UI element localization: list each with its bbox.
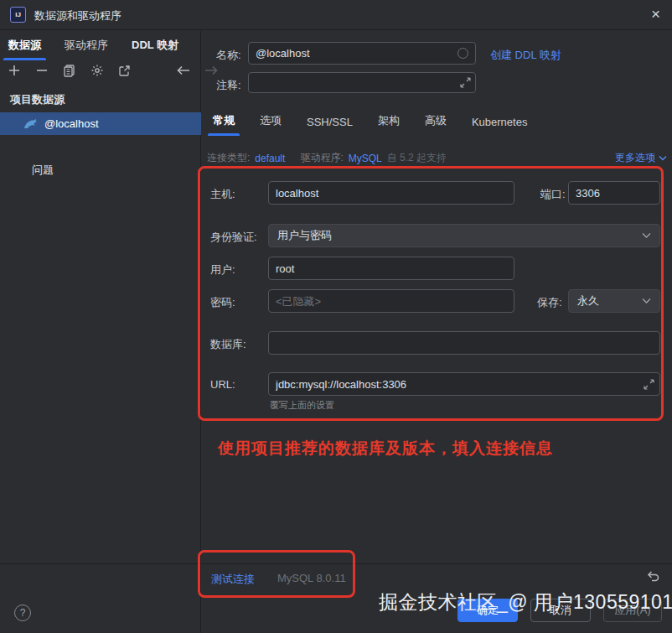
- revert-icon[interactable]: [645, 569, 661, 584]
- comment-input[interactable]: [248, 72, 476, 93]
- connection-type-row: 连接类型: default 驱动程序: MySQL 自 5.2 起支持 更多选项: [207, 151, 667, 165]
- main-panel: 名称: 创建 DDL 映射 注释: 常规 选项 SSH/SSL 架构 高级 Ku…: [202, 31, 672, 633]
- chevron-down-icon: [659, 155, 667, 161]
- sidebar: 数据源 驱动程序 DDL 映射: [0, 31, 201, 633]
- duplicate-button[interactable]: [60, 61, 79, 80]
- more-options-link[interactable]: 更多选项: [615, 151, 667, 165]
- auth-value: 用户与密码: [277, 228, 332, 243]
- comment-field-wrap: [248, 72, 476, 93]
- tab-data-sources[interactable]: 数据源: [7, 33, 43, 60]
- driver-note: 自 5.2 起支持: [387, 151, 447, 165]
- url-field-wrap: [268, 372, 660, 396]
- connection-type-label: 连接类型:: [207, 151, 250, 165]
- name-refresh-circle-icon: [457, 48, 468, 59]
- expand-icon[interactable]: [644, 379, 654, 390]
- footer-separator: [0, 563, 672, 564]
- comment-label: 注释:: [216, 78, 241, 93]
- datasource-tree-row[interactable]: @localhost: [0, 112, 201, 135]
- save-dropdown[interactable]: 永久: [568, 289, 660, 313]
- watermark-text: 掘金技术社区_@ 用户130559101592: [379, 589, 672, 615]
- project-datasource-section-label: 项目数据源: [10, 92, 65, 107]
- title-bar: IJ 数据源和驱动程序 ×: [0, 0, 672, 30]
- add-button[interactable]: [5, 61, 23, 80]
- back-arrow-icon[interactable]: [174, 61, 193, 80]
- settings-gear-icon[interactable]: [88, 61, 106, 80]
- save-label: 保存:: [537, 295, 562, 310]
- window-title: 数据源和驱动程序: [34, 8, 121, 23]
- auth-dropdown[interactable]: 用户与密码: [268, 224, 660, 247]
- remove-button[interactable]: [33, 61, 51, 80]
- connection-type-value[interactable]: default: [255, 153, 285, 164]
- user-input[interactable]: [268, 257, 514, 280]
- port-input[interactable]: [568, 181, 660, 205]
- chevron-down-icon: [642, 232, 651, 239]
- name-label: 名称:: [216, 48, 241, 63]
- create-ddl-mapping-link[interactable]: 创建 DDL 映射: [490, 48, 561, 63]
- url-label: URL:: [210, 378, 235, 391]
- driver-value[interactable]: MySQL: [349, 153, 382, 164]
- data-sources-dialog: { "window": { "title": "数据源和驱动程序", "clos…: [0, 0, 672, 633]
- sidebar-tabs: 数据源 驱动程序 DDL 映射: [7, 33, 180, 60]
- driver-label: 驱动程序:: [300, 151, 343, 165]
- expand-icon[interactable]: [460, 77, 471, 88]
- help-icon[interactable]: ?: [14, 604, 31, 621]
- name-input[interactable]: [248, 42, 476, 65]
- intellij-logo-icon: IJ: [10, 7, 26, 23]
- name-field-wrap: [248, 42, 476, 65]
- host-input[interactable]: [268, 181, 514, 205]
- tab-schemas[interactable]: 架构: [376, 108, 401, 136]
- host-label: 主机:: [210, 187, 235, 202]
- chevron-down-icon: [642, 298, 651, 304]
- close-icon[interactable]: ×: [651, 4, 660, 24]
- mysql-dolphin-icon: [23, 118, 38, 130]
- tab-options[interactable]: 选项: [258, 108, 283, 136]
- auth-label: 身份验证:: [210, 230, 257, 245]
- test-connection-link[interactable]: 测试连接: [211, 572, 255, 587]
- tab-ssh-ssl[interactable]: SSH/SSL: [305, 111, 354, 136]
- save-value: 永久: [577, 293, 599, 309]
- user-label: 用户:: [210, 262, 235, 278]
- sidebar-toolbar: [5, 61, 220, 80]
- password-input[interactable]: [268, 289, 514, 313]
- problems-node[interactable]: 问题: [32, 163, 54, 178]
- tab-general[interactable]: 常规: [211, 108, 236, 136]
- tab-drivers[interactable]: 驱动程序: [63, 33, 110, 60]
- settings-tabs: 常规 选项 SSH/SSL 架构 高级 Kubernetes: [211, 108, 529, 136]
- open-in-editor-icon[interactable]: [116, 61, 134, 80]
- tab-advanced[interactable]: 高级: [423, 108, 448, 136]
- port-label: 端口:: [540, 187, 566, 202]
- tab-ddl-mappings[interactable]: DDL 映射: [130, 33, 180, 60]
- database-input[interactable]: [268, 331, 660, 355]
- database-label: 数据库:: [210, 337, 246, 352]
- annotation-text: 使用项目推荐的数据库及版本，填入连接信息: [218, 438, 553, 459]
- url-input[interactable]: [268, 372, 660, 396]
- datasource-tree-label: @localhost: [44, 117, 99, 130]
- driver-version-text: MySQL 8.0.11: [277, 572, 346, 584]
- password-label: 密码:: [210, 295, 235, 310]
- url-hint: 覆写上面的设置: [270, 399, 334, 412]
- tab-kubernetes[interactable]: Kubernetes: [470, 111, 530, 136]
